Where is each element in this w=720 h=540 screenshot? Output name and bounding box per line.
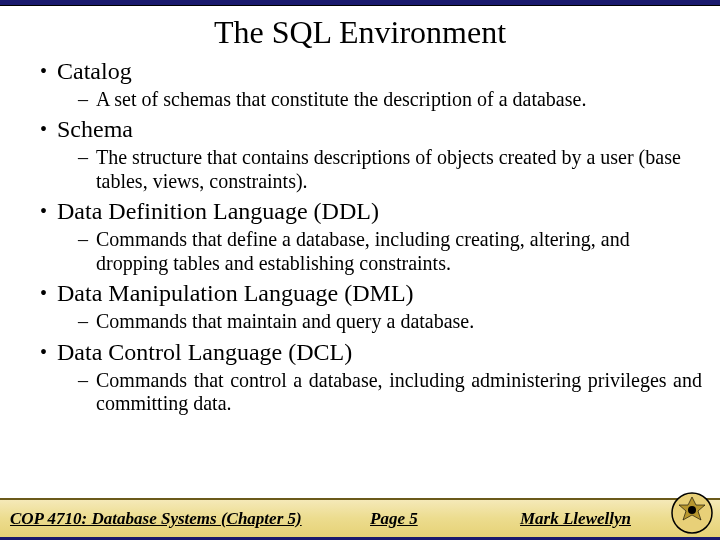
bullet-heading: Data Definition Language (DDL) bbox=[57, 197, 379, 226]
sub-line: – Commands that maintain and query a dat… bbox=[18, 310, 702, 334]
sub-text: Commands that define a database, includi… bbox=[96, 228, 702, 275]
dash-icon: – bbox=[78, 369, 88, 392]
bullet-icon: • bbox=[40, 283, 47, 303]
dash-icon: – bbox=[78, 88, 88, 111]
footer-page: Page 5 bbox=[370, 509, 418, 529]
bullet-icon: • bbox=[40, 119, 47, 139]
bullet-heading: Catalog bbox=[57, 57, 132, 86]
footer-course: COP 4710: Database Systems (Chapter 5) bbox=[10, 509, 302, 529]
content-area: • Catalog – A set of schemas that consti… bbox=[0, 57, 720, 498]
dash-icon: – bbox=[78, 146, 88, 169]
bullet-item: • Data Definition Language (DDL) – Comma… bbox=[18, 197, 702, 275]
sub-text: The structure that contains descriptions… bbox=[96, 146, 702, 193]
dash-icon: – bbox=[78, 228, 88, 251]
dash-icon: – bbox=[78, 310, 88, 333]
sub-line: – Commands that control a database, incl… bbox=[18, 369, 702, 416]
bullet-line: • Data Definition Language (DDL) bbox=[18, 197, 702, 226]
sub-text: A set of schemas that constitute the des… bbox=[96, 88, 586, 112]
slide: The SQL Environment • Catalog – A set of… bbox=[0, 0, 720, 540]
footer: COP 4710: Database Systems (Chapter 5) P… bbox=[0, 498, 720, 540]
sub-line: – A set of schemas that constitute the d… bbox=[18, 88, 702, 112]
bullet-icon: • bbox=[40, 61, 47, 81]
sub-text: Commands that control a database, includ… bbox=[96, 369, 702, 416]
bullet-item: • Catalog – A set of schemas that consti… bbox=[18, 57, 702, 111]
bullet-item: • Data Manipulation Language (DML) – Com… bbox=[18, 279, 702, 333]
bullet-line: • Schema bbox=[18, 115, 702, 144]
sub-line: – The structure that contains descriptio… bbox=[18, 146, 702, 193]
ucf-logo-icon bbox=[670, 491, 714, 535]
bullet-icon: • bbox=[40, 342, 47, 362]
slide-title: The SQL Environment bbox=[0, 14, 720, 51]
sub-text: Commands that maintain and query a datab… bbox=[96, 310, 474, 334]
footer-author: Mark Llewellyn bbox=[520, 509, 631, 529]
bullet-icon: • bbox=[40, 201, 47, 221]
bullet-line: • Catalog bbox=[18, 57, 702, 86]
bullet-heading: Data Manipulation Language (DML) bbox=[57, 279, 414, 308]
bullet-item: • Schema – The structure that contains d… bbox=[18, 115, 702, 193]
bullet-item: • Data Control Language (DCL) – Commands… bbox=[18, 338, 702, 416]
bullet-heading: Data Control Language (DCL) bbox=[57, 338, 352, 367]
sub-line: – Commands that define a database, inclu… bbox=[18, 228, 702, 275]
bullet-line: • Data Manipulation Language (DML) bbox=[18, 279, 702, 308]
top-border bbox=[0, 0, 720, 6]
svg-point-1 bbox=[688, 506, 696, 514]
bullet-heading: Schema bbox=[57, 115, 133, 144]
bullet-line: • Data Control Language (DCL) bbox=[18, 338, 702, 367]
